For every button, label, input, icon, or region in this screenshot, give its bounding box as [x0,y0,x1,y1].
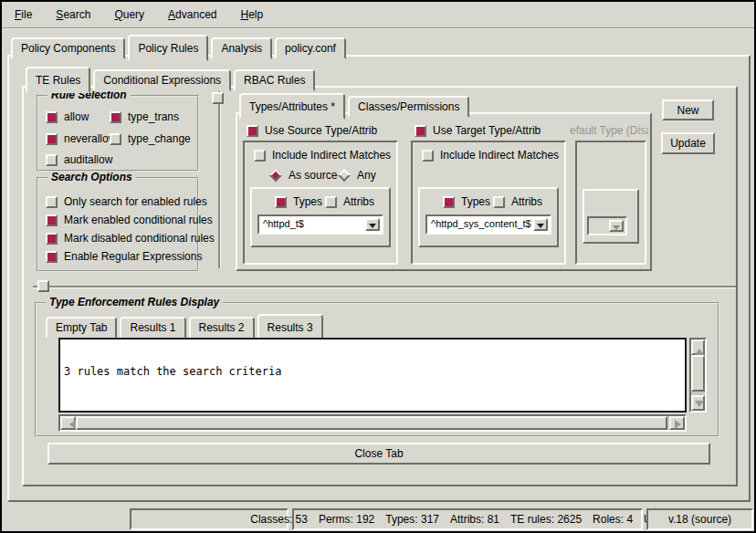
checkbox-indicator [110,133,121,145]
tab-te-rules[interactable]: TE Rules [26,67,90,93]
results-tab-bar: Empty Tab Results 1 Results 2 Results 3 [46,314,326,339]
checkbox-target-indirect[interactable]: Include Indirect Matches [422,149,559,162]
checkbox-neverallow[interactable]: neverallow [46,132,116,145]
source-type-combobox[interactable]: ^httpd_t$ [257,214,383,235]
checkbox-only-enabled-rules[interactable]: Only search for enabled rules [46,195,207,208]
tab-rbac-rules[interactable]: RBAC Rules [234,69,315,91]
radio-label: Any [357,169,376,182]
tab-label: policy.conf [285,42,336,55]
arrow-up-icon [695,344,704,355]
checkbox-label: Mark disabled conditional rules [64,232,215,245]
new-button[interactable]: New [662,99,714,120]
menu-file[interactable]: File [15,8,32,21]
checkbox-enable-regex[interactable]: Enable Regular Expressions [46,250,202,263]
chevron-down-icon[interactable] [533,218,548,231]
checkbox-indicator [415,125,426,137]
vscrollbar-thumb[interactable] [691,355,705,392]
tab-results-2[interactable]: Results 2 [189,317,255,339]
checkbox-source-indirect[interactable]: Include Indirect Matches [254,149,391,162]
hscrollbar-thumb[interactable] [76,416,667,430]
scroll-left-button[interactable] [60,416,76,430]
radio-source-types[interactable]: Types [275,195,322,208]
checkbox-use-source-type[interactable]: Use Source Type/Attrib [247,124,377,137]
checkbox-indicator [46,214,58,226]
checkbox-label: Only search for enabled rules [64,195,207,208]
horizontal-sash-handle[interactable] [37,280,49,292]
tab-policy-conf[interactable]: policy.conf [275,37,346,59]
tab-label: TE Rules [36,74,80,87]
tab-label: Empty Tab [56,321,107,334]
checkbox-mark-disabled-cond[interactable]: Mark disabled conditional rules [46,232,215,245]
radio-source-attribs[interactable]: Attribs [325,195,374,208]
checkbox-indicator [46,133,58,145]
checkbox-mark-enabled-cond[interactable]: Mark enabled conditional rules [46,214,213,226]
arrow-left-icon [65,420,76,429]
radio-target-attribs[interactable]: Attribs [493,195,542,208]
menu-advanced[interactable]: Advanced [168,8,216,21]
checkbox-label: allow [64,110,89,123]
tab-label: Policy Components [21,42,115,55]
checkbox-type-change[interactable]: type_change [110,132,191,145]
results-text-area[interactable]: 3 rules match the search criteria (5822)… [58,338,687,413]
checkbox-indicator [254,150,266,162]
target-type-value: ^httpd_sys_content_t$ [431,218,531,229]
tab-classes-permissions[interactable]: Classes/Permissions [348,96,469,118]
menu-query[interactable]: Query [114,8,144,21]
status-version-box: v.18 (source) [646,508,753,530]
tab-types-attributes[interactable]: Types/Attributes * [239,93,345,120]
results-hscrollbar[interactable] [58,414,687,432]
tab-label: Types/Attributes * [249,100,335,113]
checkbox-auditallow[interactable]: auditallow [46,153,112,166]
tab-policy-rules[interactable]: Policy Rules [128,35,208,61]
results-intro: 3 rules match the search criteria [64,366,685,378]
tab-results-3[interactable]: Results 3 [257,314,323,340]
checkbox-label: auditallow [64,153,112,166]
checkbox-indicator [46,251,58,263]
scroll-right-button[interactable] [669,416,685,430]
radio-any[interactable]: Any [338,169,376,182]
tab-analysis[interactable]: Analysis [211,37,272,59]
checkbox-label: Include Indirect Matches [272,149,391,162]
radio-indicator [325,196,337,208]
radio-label: Types [293,195,322,208]
target-type-combobox[interactable]: ^httpd_sys_content_t$ [425,214,551,235]
menu-search[interactable]: Search [56,8,90,21]
close-tab-button[interactable]: Close Tab [47,443,710,465]
checkbox-indicator [247,125,258,137]
radio-indicator [493,196,505,208]
chevron-down-icon[interactable] [365,218,380,231]
scroll-down-button[interactable] [691,395,705,411]
checkbox-label: Include Indirect Matches [440,149,559,162]
checkbox-type-trans[interactable]: type_trans [110,110,179,123]
menu-bar: File Search Query Advanced Help [2,2,754,29]
radio-as-source[interactable]: As source [269,169,337,182]
tab-label: Results 3 [268,321,313,334]
tab-conditional-expressions[interactable]: Conditional Expressions [93,69,231,91]
horizontal-sash [33,286,736,287]
default-type-label: efault Type (Disa [570,124,648,137]
stat-attribs: Attribs: 81 [450,513,499,526]
tab-label: Conditional Expressions [103,74,221,87]
vertical-sash-handle[interactable] [212,92,224,104]
tab-label: Policy Rules [138,42,198,55]
tab-empty-tab[interactable]: Empty Tab [46,317,117,339]
stat-perms: Perms: 192 [319,513,374,526]
close-tab-label: Close Tab [354,447,403,460]
stat-types: Types: 317 [385,513,439,526]
checkbox-use-target-type[interactable]: Use Target Type/Attrib [415,124,541,137]
menu-help[interactable]: Help [240,8,263,21]
radio-target-types[interactable]: Types [443,195,490,208]
results-blank-line [64,402,685,413]
radio-indicator [338,169,351,182]
tab-results-1[interactable]: Results 1 [120,317,185,339]
update-button[interactable]: Update [661,132,715,154]
vertical-sash [218,91,220,268]
results-vscrollbar[interactable] [689,338,707,413]
scroll-up-button[interactable] [691,340,705,355]
checkbox-indicator [46,154,58,166]
checkbox-indicator [46,111,58,123]
radio-indicator [269,169,282,182]
tab-policy-components[interactable]: Policy Components [11,37,125,59]
checkbox-allow[interactable]: allow [46,110,89,123]
source-type-value: ^httpd_t$ [263,218,363,229]
